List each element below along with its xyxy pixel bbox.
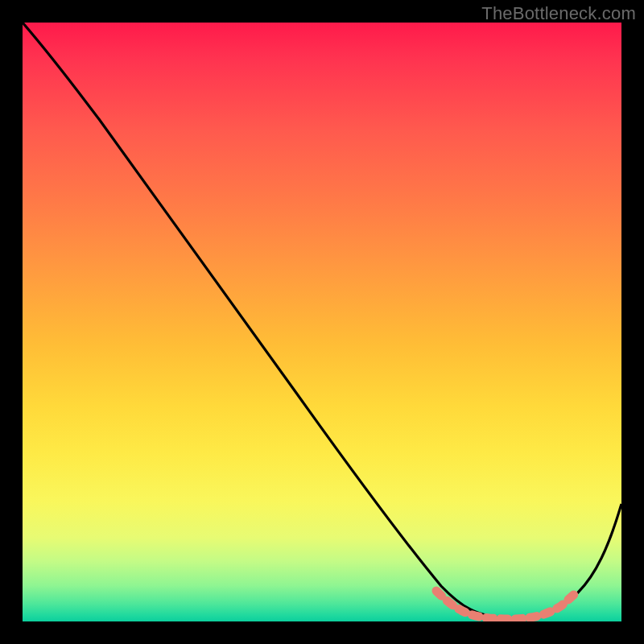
chart-frame: TheBottleneck.com (0, 0, 644, 644)
attribution-text: TheBottleneck.com (481, 3, 636, 24)
bottleneck-curve (23, 23, 621, 618)
plot-area (23, 23, 621, 621)
optimal-range-marker (436, 591, 576, 619)
curve-layer (23, 23, 621, 621)
